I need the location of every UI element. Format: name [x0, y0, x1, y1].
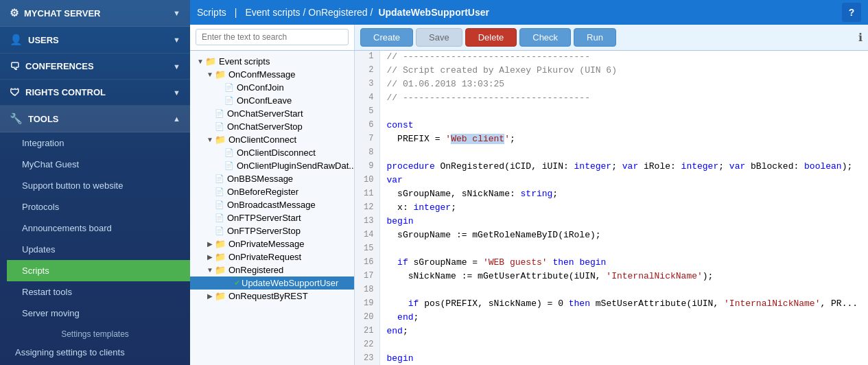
line-number: 13: [355, 215, 379, 229]
tree-item-private-message[interactable]: ▶ 📁 OnPrivateMessage: [190, 237, 354, 250]
file-icon-chat-server-start: 📄: [215, 109, 224, 118]
server-icon: ⚙: [10, 7, 19, 19]
search-toolbar-row: Create Save Delete Check Run ℹ: [190, 25, 868, 51]
tree-item-client-connect[interactable]: ▼ 📁 OnClientConnect: [190, 133, 354, 146]
line-number: 14: [355, 229, 379, 243]
line-number: 18: [355, 284, 379, 298]
support-button-label: Support button to website: [22, 180, 123, 191]
tree-item-ftp-stop[interactable]: 📄 OnFTPServerStop: [190, 224, 354, 237]
line-number: 15: [355, 243, 379, 257]
label-chat-server-start: OnChatServerStart: [227, 108, 303, 119]
sidebar-item-updates[interactable]: Updates: [7, 239, 190, 260]
line-code: const: [379, 119, 868, 133]
tree-item-chat-server-start[interactable]: 📄 OnChatServerStart: [190, 107, 354, 120]
root-expand-icon: ▼: [196, 58, 205, 65]
label-on-conf-message: OnConfMessage: [228, 69, 296, 80]
line-number: 8: [355, 147, 379, 161]
tree-root[interactable]: ▼ 📁 Event scripts: [190, 55, 354, 68]
help-button[interactable]: ?: [842, 3, 861, 22]
info-icon[interactable]: ℹ: [858, 31, 863, 44]
file-icon-conf-join: 📄: [224, 83, 234, 92]
line-code: sNickName := mGetUserAttribute(iUIN, 'In…: [379, 270, 868, 284]
line-code: // -----------------------------------: [379, 92, 868, 106]
sidebar-section-tools[interactable]: 🔧 TOOLS ▲: [0, 106, 190, 132]
search-input[interactable]: [196, 29, 349, 45]
tree-item-client-plugin[interactable]: 📄 OnClientPluginSendRawDat...: [190, 159, 354, 172]
code-line: 22: [355, 339, 868, 353]
folder-icon-conf-msg: 📁: [215, 69, 226, 80]
line-number: 3: [355, 78, 379, 92]
file-icon-bbs-message: 📄: [215, 174, 224, 183]
code-line: 9 procedure OnRegistered(iCID, iUIN: int…: [355, 161, 868, 174]
label-client-disconnect: OnClientDisconnect: [237, 148, 316, 158]
server-header[interactable]: ⚙ MYCHAT SERVER ▼: [0, 0, 190, 27]
sidebar-item-server-moving[interactable]: Server moving: [7, 303, 190, 324]
sidebar-item-mychat-guest[interactable]: MyChat Guest: [7, 154, 190, 175]
file-icon-broadcast-message: 📄: [215, 200, 224, 209]
tree-item-request-by-rest[interactable]: ▶ 📁 OnRequestByREST: [190, 290, 354, 303]
scripts-label: Scripts: [22, 266, 49, 276]
label-broadcast-message: OnBroadcastMessage: [227, 200, 316, 210]
sidebar-item-assigning-settings[interactable]: Assigning settings to clients: [0, 342, 190, 363]
label-private-message: OnPrivateMessage: [228, 239, 305, 249]
line-number: 2: [355, 64, 379, 78]
tree-item-client-disconnect[interactable]: 📄 OnClientDisconnect: [190, 146, 354, 159]
line-number: 22: [355, 339, 379, 353]
sidebar-item-support-button[interactable]: Support button to website: [7, 175, 190, 196]
tree-item-bbs-message[interactable]: 📄 OnBBSMessage: [190, 172, 354, 185]
code-line: 21 end;: [355, 325, 868, 339]
save-button[interactable]: Save: [416, 28, 462, 47]
tools-chevron: ▲: [173, 115, 180, 123]
line-number: 5: [355, 106, 379, 119]
label-before-register: OnBeforeRegister: [227, 187, 298, 197]
sidebar-item-announcements[interactable]: Announcements board: [7, 217, 190, 239]
code-line: 7 PREFIX = 'Web client';: [355, 133, 868, 147]
sidebar-section-conferences[interactable]: 🗨 CONFERENCES ▼: [0, 54, 190, 80]
root-folder-icon: 📁: [205, 56, 216, 67]
line-code: [379, 147, 868, 161]
sidebar-item-protocols[interactable]: Protocols: [7, 196, 190, 217]
line-number: 21: [355, 325, 379, 339]
tools-icon: 🔧: [10, 113, 23, 125]
line-number: 4: [355, 92, 379, 106]
tree-item-private-request[interactable]: ▶ 📁 OnPrivateRequest: [190, 250, 354, 263]
line-number: 20: [355, 311, 379, 325]
delete-button[interactable]: Delete: [465, 28, 517, 47]
tree-item-on-registered[interactable]: ▼ 📁 OnRegistered: [190, 263, 354, 276]
server-chevron: ▼: [173, 9, 180, 17]
check-button[interactable]: Check: [519, 28, 571, 47]
tree-item-ftp-start[interactable]: 📄 OnFTPServerStart: [190, 211, 354, 224]
line-code: // Script created by Alexey Pikurov (UIN…: [379, 64, 868, 78]
create-button[interactable]: Create: [360, 28, 413, 47]
tree-item-chat-server-stop[interactable]: 📄 OnChatServerStop: [190, 120, 354, 133]
line-code: [379, 339, 868, 353]
sidebar-section-rights[interactable]: 🛡 RIGHTS CONTROL ▼: [0, 80, 190, 106]
label-ftp-stop: OnFTPServerStop: [227, 226, 301, 236]
line-number: 7: [355, 133, 379, 147]
file-tree[interactable]: ▼ 📁 Event scripts ▼ 📁 OnConfMessage 📄 On…: [190, 51, 355, 365]
tree-item-on-conf-leave[interactable]: 📄 OnConfLeave: [190, 94, 354, 107]
run-button[interactable]: Run: [574, 28, 616, 47]
expand-icon-request-by-rest: ▶: [205, 292, 215, 300]
sidebar-item-scripts[interactable]: Scripts: [7, 260, 190, 281]
line-number: 19: [355, 298, 379, 311]
line-code: x: integer;: [379, 202, 868, 215]
line-number: 11: [355, 188, 379, 202]
code-line: 18: [355, 284, 868, 298]
code-line: 14 sGroupName := mGetRoleNameByID(iRole)…: [355, 229, 868, 243]
tree-item-on-conf-message[interactable]: ▼ 📁 OnConfMessage: [190, 68, 354, 81]
tree-item-update-web-support[interactable]: ✔ UpdateWebSupportUser: [190, 276, 354, 290]
expand-icon-private-request: ▶: [205, 253, 215, 261]
tree-item-before-register[interactable]: 📄 OnBeforeRegister: [190, 185, 354, 198]
code-line: 23 begin: [355, 353, 868, 365]
line-code: procedure OnRegistered(iCID, iUIN: integ…: [379, 161, 868, 174]
tree-item-on-conf-join[interactable]: 📄 OnConfJoin: [190, 81, 354, 94]
sidebar-item-restart-tools[interactable]: Restart tools: [7, 281, 190, 303]
expand-icon-conf-msg: ▼: [205, 71, 215, 78]
tree-item-broadcast-message[interactable]: 📄 OnBroadcastMessage: [190, 198, 354, 211]
line-code: if sGroupName = 'WEB guests' then begin: [379, 257, 868, 270]
sidebar-item-integration[interactable]: Integration: [7, 132, 190, 154]
code-editor[interactable]: 1 // -----------------------------------…: [355, 51, 868, 365]
sidebar-section-users[interactable]: 👤 USERS ▼: [0, 27, 190, 54]
sidebar: ⚙ MYCHAT SERVER ▼ 👤 USERS ▼ 🗨 CONFERENCE…: [0, 0, 190, 365]
